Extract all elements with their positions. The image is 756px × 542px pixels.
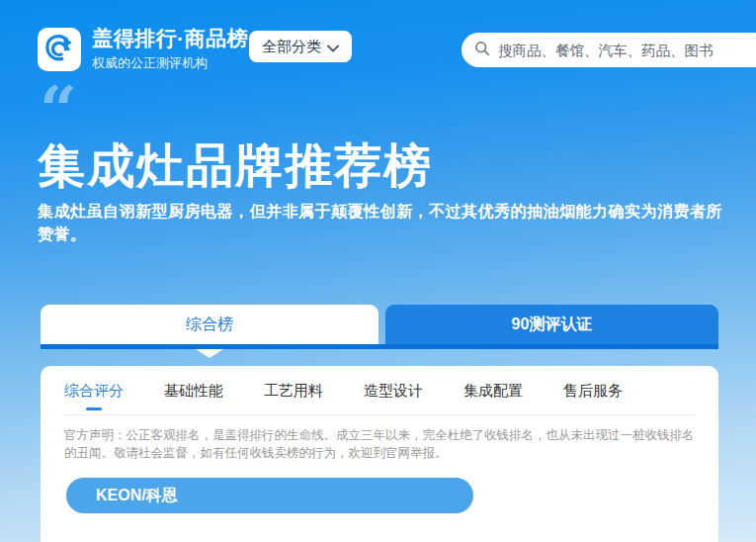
content-card: 综合评分 基础性能 工艺用料 造型设计 集成配置 售后服务 官方声明：公正客观排… [41,366,718,542]
page-description: 集成灶虽自诩新型厨房电器，但并非属于颠覆性创新，不过其优秀的抽油烟能力确实为消费… [38,200,735,245]
opening-quote-mark: “ [40,77,77,142]
brand-title: 盖得排行·商品榜 [92,26,248,51]
subtab-styling-design[interactable]: 造型设计 [364,382,423,414]
subtab-label: 综合评分 [64,382,124,399]
page-title: 集成灶品牌推荐榜 [38,135,433,198]
score-subtabs: 综合评分 基础性能 工艺用料 造型设计 集成配置 售后服务 [64,380,695,414]
subtabs-divider [64,414,695,415]
tab-overall-ranking[interactable]: 综合榜 [41,305,378,344]
subtab-label: 工艺用料 [264,382,323,399]
chevron-down-icon [327,39,339,55]
all-categories-label: 全部分类 [262,38,321,56]
subtab-after-sales[interactable]: 售后服务 [563,382,623,414]
brand-block: 盖得排行·商品榜 权威的公正测评机构 [92,26,248,71]
search-input[interactable] [498,43,756,58]
official-statement: 官方声明：公正客观排名，是盖得排行的生命线。成立三年以来，完全杜绝了收钱排名，也… [64,426,695,462]
subtab-label: 基础性能 [164,382,223,399]
subtab-overall-score[interactable]: 综合评分 [64,382,124,414]
subtab-label: 售后服务 [563,382,623,399]
page-background: 盖得排行·商品榜 权威的公正测评机构 全部分类 “ 集成灶品牌推荐榜 集成灶虽自… [0,0,756,542]
tab-90-certification[interactable]: 90测评认证 [385,305,718,344]
brand-subtitle: 权威的公正测评机构 [92,55,248,71]
brand-logo[interactable] [38,28,81,71]
search-box[interactable] [462,33,756,67]
search-icon [474,41,490,60]
subtab-label: 造型设计 [364,382,423,399]
lion-icon [42,31,76,68]
subtab-integrated-config[interactable]: 集成配置 [463,382,523,414]
subtab-label: 集成配置 [463,382,523,399]
subtab-basic-performance[interactable]: 基础性能 [164,382,223,414]
active-tab-notch [196,349,223,358]
tab-underline-bar [41,344,718,349]
subtab-craft-materials[interactable]: 工艺用料 [264,382,323,414]
active-subtab-dash [86,407,102,410]
all-categories-button[interactable]: 全部分类 [249,31,352,62]
brand-item-keon[interactable]: KEON/科恩 [66,478,473,513]
